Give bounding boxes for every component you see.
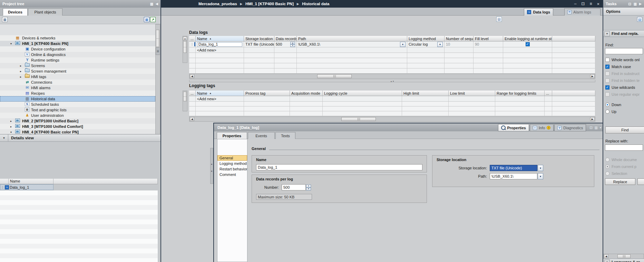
- tree-item-screens[interactable]: ▸Screens: [0, 63, 155, 68]
- data-log-row[interactable]: ⋮~Data_log_1TXT file (Unicode)▼500▴▾\USB…: [189, 41, 595, 47]
- restore-button[interactable]: ⊡: [581, 1, 585, 6]
- column-header-range-for-logging-limits[interactable]: Range for logging limits: [495, 91, 545, 96]
- radio-row-from-current-p[interactable]: From current p: [605, 164, 636, 169]
- cell-number-of-sequences[interactable]: 10: [445, 41, 474, 47]
- checkbox-row-use-regular-expr[interactable]: Use regular expr: [605, 92, 640, 97]
- nav-item-general[interactable]: General: [217, 155, 247, 161]
- tree-item-user-administration[interactable]: ♟User administration: [0, 113, 155, 118]
- checkbox-row-find-in-hidden-te[interactable]: Find in hidden te: [605, 78, 640, 83]
- data-logs-hscrollbar[interactable]: ◀ ▶: [189, 74, 595, 79]
- chevron-down-icon[interactable]: ▼: [400, 42, 406, 47]
- column-header-fill-level[interactable]: Fill level: [474, 36, 503, 41]
- cell-name[interactable]: Data_log_1: [196, 41, 244, 47]
- details-icon-column-header[interactable]: [0, 179, 9, 184]
- tab-diagnostics[interactable]: V Diagnostics: [554, 124, 586, 131]
- cell-data-records[interactable]: 500▴▾: [274, 41, 297, 47]
- scrollbar-thumb[interactable]: [156, 30, 159, 47]
- find-input[interactable]: [605, 48, 643, 54]
- column-header-name[interactable]: Name▲: [196, 36, 244, 41]
- float-pane-icon[interactable]: ⊡: [589, 126, 592, 130]
- chevron-down-icon[interactable]: ▼: [538, 173, 543, 179]
- checkbox-use-regular-expr[interactable]: [605, 92, 609, 96]
- close-button[interactable]: ×: [597, 1, 599, 7]
- find-replace-header[interactable]: ▾ Find and repla.: [603, 30, 644, 37]
- column-header-high-limit[interactable]: High limit: [402, 91, 449, 96]
- tree-item-historical-data[interactable]: ▥Historical data: [0, 96, 155, 102]
- window-menu-button[interactable]: ≡: [589, 1, 592, 6]
- project-tree-scrollbar[interactable]: ≣: [155, 24, 160, 135]
- columns-icon[interactable]: ▥: [150, 2, 153, 6]
- columns-icon[interactable]: ▥: [634, 2, 637, 6]
- add-new-row[interactable]: <Add new>: [189, 96, 595, 102]
- number-spinner[interactable]: ▴▾: [306, 185, 311, 190]
- collapse-pane-icon[interactable]: ▾: [600, 126, 601, 129]
- expand-arrow-right-icon[interactable]: ▸: [20, 75, 21, 78]
- checkbox-row-match-case[interactable]: ✓Match case: [605, 64, 631, 69]
- subtab-texts[interactable]: Texts: [275, 132, 295, 139]
- replace-button[interactable]: Replace: [605, 178, 635, 185]
- collapse-up-icon[interactable]: ▴: [391, 80, 392, 82]
- scroll-left-icon[interactable]: ◀: [190, 117, 194, 121]
- languages-resources-section-header[interactable]: ▾ Languages & re: [603, 259, 644, 262]
- expand-arrow-down-icon[interactable]: ▾: [10, 42, 12, 45]
- expand-arrow-right-icon[interactable]: ▸: [20, 64, 21, 67]
- chevron-down-icon[interactable]: ▾: [0, 134, 8, 141]
- tasks-hscrollbar[interactable]: ◀: [603, 254, 644, 259]
- tab-info[interactable]: i Info i: [530, 124, 554, 131]
- pane-menu-icon[interactable]: ▥: [595, 126, 598, 130]
- editor-panel-icon[interactable]: ▤: [496, 17, 502, 22]
- path-select[interactable]: \USB_X60.1\: [490, 173, 537, 179]
- float-pane-icon[interactable]: ⊡: [628, 2, 631, 6]
- radio-selection[interactable]: [605, 171, 609, 176]
- tree-item-device-configuration[interactable]: ▣Device configuration: [0, 46, 155, 52]
- splitter-grip-icon[interactable]: ≣: [156, 47, 160, 55]
- collapse-left-icon[interactable]: ◂: [211, 170, 212, 172]
- minimize-button[interactable]: –: [574, 1, 577, 6]
- tree-item-hmi-tags[interactable]: ▸HMI tags: [0, 74, 155, 79]
- spin-down-icon[interactable]: ▾: [290, 44, 295, 47]
- details-view-header[interactable]: ▾ Details view: [0, 134, 160, 142]
- details-row-data-log-1[interactable]: ⋮ ~ Data_log_1: [0, 184, 53, 190]
- radio-row-up[interactable]: Up: [605, 109, 616, 114]
- row-selector-cell[interactable]: ⋮~: [189, 41, 196, 47]
- collapse-down-icon[interactable]: ▾: [393, 80, 394, 82]
- add-new-row[interactable]: <Add new>: [189, 47, 595, 53]
- column-header-logging-cycle[interactable]: Logging cycle: [323, 91, 402, 96]
- options-panel-icon[interactable]: ▤: [637, 17, 642, 22]
- name-edit-field[interactable]: Data_log_1: [197, 42, 242, 47]
- tree-item-runtime-settings[interactable]: YRuntime settings: [0, 57, 155, 63]
- data-logs-vscrollbar[interactable]: ▴: [183, 36, 187, 63]
- radio-row-down[interactable]: Down: [605, 102, 621, 107]
- expand-arrow-right-icon[interactable]: ▸: [20, 70, 21, 73]
- scroll-left-icon[interactable]: ◀: [190, 74, 194, 78]
- tree-item-hmi-alarms[interactable]: ✉HMI alarms: [0, 85, 155, 91]
- checkbox-match-case[interactable]: ✓: [605, 65, 609, 69]
- tree-item-recipes[interactable]: ▤Recipes: [0, 91, 155, 96]
- scrollbar-thumb[interactable]: [183, 41, 187, 53]
- logging-tags-hscrollbar[interactable]: ◀ ▶: [189, 116, 595, 122]
- radio-row-whole-docume[interactable]: Whole docume: [605, 157, 637, 162]
- checkbox-find-in-substruct[interactable]: [605, 72, 609, 76]
- tree-item-screen-management[interactable]: ▸Screen management: [0, 68, 155, 74]
- replace-all-button[interactable]: [637, 178, 644, 185]
- export-icon[interactable]: ↗: [150, 17, 156, 22]
- column-header-blank[interactable]: ...: [545, 91, 552, 96]
- table-view-icon[interactable]: ▦: [144, 17, 149, 22]
- checkbox-whole-words-onl[interactable]: [605, 58, 609, 62]
- tab-devices[interactable]: Devices: [3, 8, 28, 16]
- subtab-events[interactable]: Events: [248, 132, 275, 139]
- radio-row-selection[interactable]: Selection: [605, 171, 627, 176]
- collapse-panel-right-icon[interactable]: ▶: [639, 2, 642, 6]
- column-header-number-of-sequen[interactable]: Number of sequen...: [445, 36, 474, 41]
- collapse-left-icon[interactable]: ◂: [211, 163, 212, 166]
- cell-storage-location[interactable]: TXT file (Unicode)▼: [244, 41, 274, 47]
- column-header-blank[interactable]: ...: [189, 91, 196, 96]
- chevron-down-icon[interactable]: ▼: [538, 165, 543, 171]
- number-field[interactable]: 500: [282, 184, 306, 190]
- replace-input[interactable]: [605, 144, 643, 151]
- tab-alarm-logs[interactable]: ✉ Alarm logs: [564, 8, 601, 16]
- radio-up[interactable]: [605, 110, 609, 114]
- tree-item-hmi-1-ktp400-basic-pn[interactable]: ▾HMI_1 [KTP400 Basic PN]: [0, 41, 155, 46]
- tab-data-logs[interactable]: ~ Data logs: [524, 8, 553, 16]
- expand-arrow-right-icon[interactable]: ▸: [10, 120, 12, 123]
